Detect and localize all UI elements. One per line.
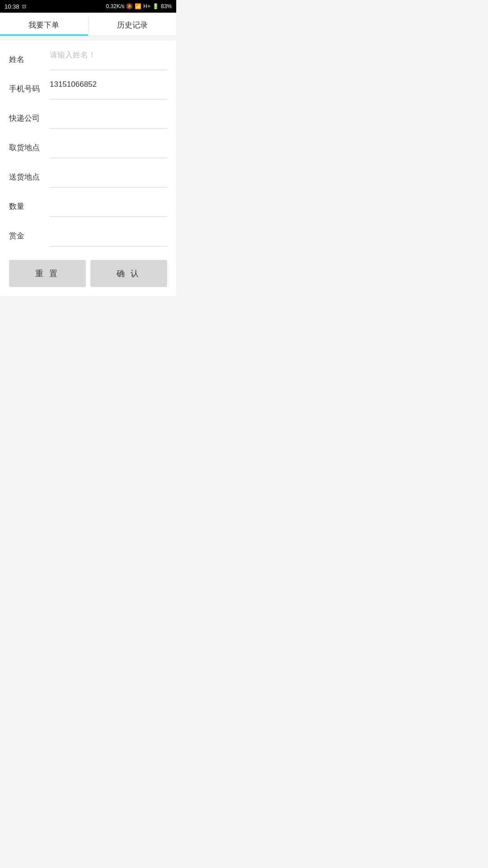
form-row-reward: 赏金 — [9, 217, 167, 246]
confirm-button[interactable]: 确 认 — [90, 260, 167, 287]
label-pickup: 取货地点 — [9, 142, 50, 153]
label-name: 姓名 — [9, 54, 50, 65]
input-wrapper-pickup — [50, 137, 167, 158]
network-type-icon: H+ — [143, 3, 150, 9]
status-time: 10:38 — [5, 3, 19, 10]
input-phone[interactable] — [50, 78, 167, 91]
battery-level: 83% — [161, 3, 172, 9]
input-quantity[interactable] — [50, 196, 167, 208]
form-row-quantity: 数量 — [9, 188, 167, 217]
status-right: 0.32K/s 🔕 📶 H+ 🔋 83% — [106, 3, 172, 9]
network-speed: 0.32K/s — [106, 3, 125, 9]
input-delivery[interactable] — [50, 166, 167, 179]
input-wrapper-delivery — [50, 166, 167, 188]
tab-bar: 我要下单 历史记录 — [0, 13, 176, 36]
label-phone: 手机号码 — [9, 84, 50, 94]
status-icon: ⊡ — [22, 4, 26, 9]
label-courier: 快递公司 — [9, 113, 50, 123]
label-reward: 赏金 — [9, 231, 50, 241]
input-name[interactable] — [50, 49, 167, 61]
input-wrapper-name — [50, 49, 167, 70]
input-wrapper-quantity — [50, 196, 167, 217]
reset-button[interactable]: 重 置 — [9, 260, 86, 287]
input-reward[interactable] — [50, 225, 167, 238]
tab-order[interactable]: 我要下单 — [0, 13, 88, 36]
form-container: 姓名 手机号码 快递公司 取货地点 送货地点 数量 赏金 — [0, 41, 176, 246]
form-row-name: 姓名 — [9, 41, 167, 70]
mute-icon: 🔕 — [126, 3, 133, 9]
status-bar: 10:38 ⊡ 0.32K/s 🔕 📶 H+ 🔋 83% — [0, 0, 176, 13]
label-quantity: 数量 — [9, 201, 50, 212]
button-row: 重 置 确 认 — [0, 246, 176, 296]
input-wrapper-reward — [50, 225, 167, 246]
input-pickup[interactable] — [50, 137, 167, 150]
form-row-phone: 手机号码 — [9, 70, 167, 99]
signal-icon: 📶 — [135, 3, 141, 9]
form-row-delivery: 送货地点 — [9, 158, 167, 188]
tab-history[interactable]: 历史记录 — [89, 13, 177, 36]
input-wrapper-phone — [50, 78, 167, 99]
status-left: 10:38 ⊡ — [5, 3, 26, 10]
label-delivery: 送货地点 — [9, 172, 50, 182]
input-courier[interactable] — [50, 108, 167, 120]
form-row-pickup: 取货地点 — [9, 129, 167, 158]
battery-icon: 🔋 — [152, 3, 159, 9]
form-row-courier: 快递公司 — [9, 99, 167, 129]
input-wrapper-courier — [50, 108, 167, 129]
